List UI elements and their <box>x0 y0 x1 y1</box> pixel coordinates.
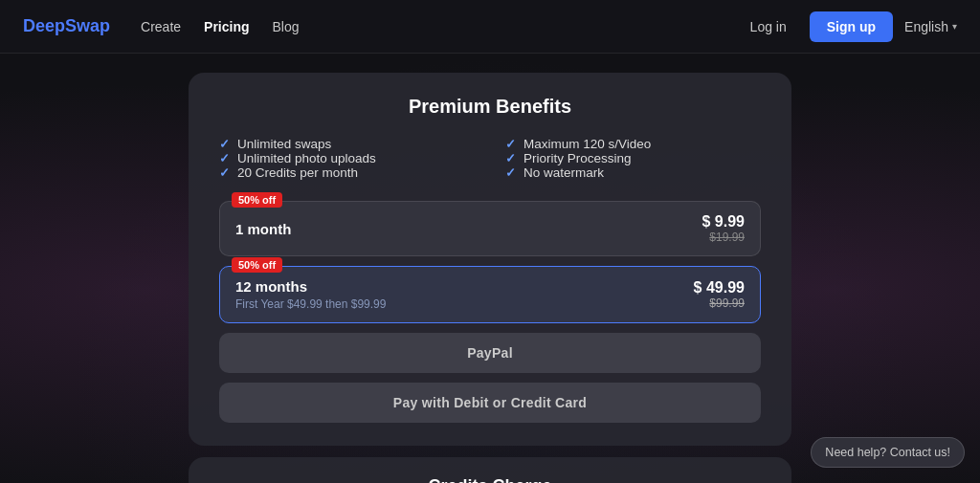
benefit-label: Unlimited swaps <box>237 137 331 151</box>
benefit-unlimited-swaps: ✓ Unlimited swaps <box>219 137 475 151</box>
check-icon: ✓ <box>505 151 516 165</box>
premium-benefits-card: Premium Benefits ✓ Unlimited swaps ✓ Unl… <box>189 73 791 446</box>
benefit-label: Unlimited photo uploads <box>237 151 376 165</box>
signup-button[interactable]: Sign up <box>810 11 893 42</box>
benefit-label: Priority Processing <box>523 151 632 165</box>
plan-1-price: $ 9.99 <box>702 213 745 231</box>
benefit-max-video: ✓ Maximum 120 s/Video <box>505 137 761 151</box>
check-icon: ✓ <box>219 137 230 151</box>
credits-charge-card: Credits Charge <box>189 457 791 483</box>
benefit-label: No watermark <box>523 165 604 180</box>
navbar-actions: Log in Sign up English ▾ <box>739 11 957 42</box>
credits-title: Credits Charge <box>219 476 761 483</box>
check-icon: ✓ <box>219 151 230 165</box>
benefits-grid: ✓ Unlimited swaps ✓ Unlimited photo uplo… <box>219 137 761 180</box>
plan-12-right: $ 49.99 $99.99 <box>694 279 745 310</box>
main-content: Premium Benefits ✓ Unlimited swaps ✓ Unl… <box>0 54 980 483</box>
language-label: English <box>904 19 948 34</box>
benefit-credits: ✓ 20 Credits per month <box>219 165 475 180</box>
check-icon: ✓ <box>219 165 230 180</box>
logo: DeepSwap <box>23 16 110 36</box>
language-selector[interactable]: English ▾ <box>904 19 957 34</box>
plan-1-right: $ 9.99 $19.99 <box>702 213 745 244</box>
plan-1-month[interactable]: 50% off 1 month $ 9.99 $19.99 <box>219 201 761 256</box>
plan-12-months[interactable]: 50% off 12 months First Year $49.99 then… <box>219 266 761 323</box>
login-button[interactable]: Log in <box>739 13 798 40</box>
plan-1-old-price: $19.99 <box>702 231 745 244</box>
benefits-right-col: ✓ Maximum 120 s/Video ✓ Priority Process… <box>505 137 761 180</box>
benefit-no-watermark: ✓ No watermark <box>505 165 761 180</box>
card-payment-button[interactable]: Pay with Debit or Credit Card <box>219 383 761 423</box>
plan-1-left: 1 month <box>235 221 291 237</box>
plan-12-subtext: First Year $49.99 then $99.99 <box>235 297 386 311</box>
benefit-label: Maximum 120 s/Video <box>523 137 651 151</box>
discount-badge-1month: 50% off <box>232 192 282 208</box>
benefit-label: 20 Credits per month <box>237 165 358 180</box>
navbar: DeepSwap Create Pricing Blog Log in Sign… <box>0 0 980 54</box>
plan-12-name: 12 months <box>235 278 386 295</box>
chevron-down-icon: ▾ <box>952 21 957 32</box>
plan-12-old-price: $99.99 <box>694 296 745 310</box>
benefits-left-col: ✓ Unlimited swaps ✓ Unlimited photo uplo… <box>219 137 475 180</box>
paypal-button[interactable]: PayPal <box>219 333 761 373</box>
benefit-priority: ✓ Priority Processing <box>505 151 761 165</box>
nav-pricing[interactable]: Pricing <box>204 19 249 34</box>
card-title: Premium Benefits <box>219 96 761 118</box>
plan-1-name: 1 month <box>235 221 291 237</box>
help-button[interactable]: Need help? Contact us! <box>811 437 965 468</box>
check-icon: ✓ <box>505 137 516 151</box>
discount-badge-12months: 50% off <box>232 257 282 273</box>
logo-text: DeepSwap <box>23 16 110 35</box>
nav-links: Create Pricing Blog <box>141 19 739 34</box>
plan-12-left: 12 months First Year $49.99 then $99.99 <box>235 278 386 311</box>
check-icon: ✓ <box>505 165 516 180</box>
nav-create[interactable]: Create <box>141 19 181 34</box>
nav-blog[interactable]: Blog <box>273 19 300 34</box>
benefit-photo-uploads: ✓ Unlimited photo uploads <box>219 151 475 165</box>
plan-12-price: $ 49.99 <box>694 279 745 296</box>
